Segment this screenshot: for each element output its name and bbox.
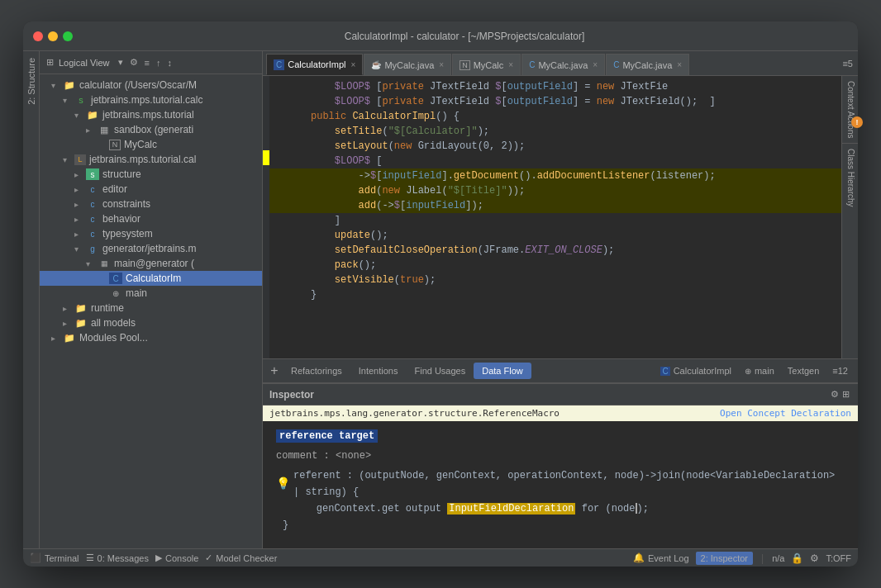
tree-item-jetbrains2[interactable]: ▾ 📁 jetbrains.mps.tutorial [40,107,262,122]
console-button[interactable]: ▶ Console [155,552,198,563]
tree-item-all-models[interactable]: ▸ 📁 all models [40,315,262,330]
line-num-12 [276,228,301,243]
tab-mycalc-close[interactable]: × [508,60,513,69]
tree-item-constraints[interactable]: ▸ c constraints [40,197,262,211]
editor-with-gutter: $LOOP$ [private JTextField $[outputField… [263,76,858,358]
expand-icon[interactable]: ≡ [143,56,151,69]
project-sidebar: ⊞ Logical View ▾ ⚙ ≡ ↑ ↕ ▾ 📁 calculator … [40,51,263,548]
tree-label-all-models: all models [91,317,136,329]
tree-item-calculatorimpl[interactable]: C CalculatorIm [40,271,262,286]
event-log-button[interactable]: 🔔 Event Log [633,552,689,563]
tab-intentions[interactable]: Intentions [350,363,407,379]
structure-icon: s [86,168,99,180]
structure-panel-tab[interactable]: 2: Structure [23,51,39,111]
line-text-10: add(->$[inputField]); [311,198,483,213]
tab-mycalc-java-3[interactable]: C MyCalc.java × [606,54,689,75]
tree-label-generator: generator/jetbrains.m [102,243,196,254]
maximize-button[interactable] [63,31,73,41]
editor-tabs: C CalculatorImpl × ☕ MyCalc.java × N MyC… [263,51,858,76]
tree-item-mycalc-n[interactable]: N MyCalc [40,137,262,152]
calc-file-label: CalculatorImpl [674,366,731,376]
add-button[interactable]: + [266,363,283,379]
file-icon-mycalc-n: N [109,140,121,150]
tab-calc-label: CalculatorImpl [288,59,345,69]
inspector-button[interactable]: 2: Inspector [696,552,753,565]
tab-main-file[interactable]: ⊕ main [738,363,781,379]
tab-calc-close[interactable]: × [351,60,356,69]
tab-mycalc-java-1-close[interactable]: × [439,60,444,69]
tree-item-typesystem[interactable]: ▸ c typesystem [40,226,262,241]
line-text-13: setDefaultCloseOperation(JFrame.EXIT_ON_… [311,243,614,258]
line-num-10 [276,198,301,213]
tree-item-runtime[interactable]: ▸ 📁 runtime [40,301,262,315]
module-icon-jetbrains1: s [74,94,88,106]
logical-view-label[interactable]: Logical View [59,58,110,68]
toolbar-icon-1[interactable]: ▾ [117,55,125,69]
tab-mycalc-java-3-close[interactable]: × [677,60,682,69]
line-num-4 [276,109,301,124]
tree-item-editor[interactable]: ▸ c editor [40,182,262,197]
tab-mycalc-java-2[interactable]: C MyCalc.java × [521,54,605,75]
inspector-settings-icon[interactable]: ⚙ [829,387,841,401]
behavior-icon: c [86,213,99,225]
ref-target-label: reference target [276,429,378,443]
tab-refactorings[interactable]: Refactorings [283,363,350,379]
tree-item-jetbrains1[interactable]: ▾ s jetbrains.mps.tutorial.calc [40,92,262,107]
bulb-icon: 💡 [276,476,290,492]
tree-item-structure[interactable]: ▸ s structure [40,167,262,182]
sort-icon[interactable]: ↕ [165,56,174,69]
arrow-behavior: ▸ [74,215,86,224]
module-icon-jetbrains3: L [74,154,86,165]
tree-item-calculator[interactable]: ▾ 📁 calculator (/Users/Oscar/M [40,78,262,92]
tree-label-jetbrains3: jetbrains.mps.tutorial.cal [89,154,196,165]
tree-label-main: main [126,287,147,299]
tab-calculatorimpl[interactable]: C CalculatorImpl × [266,54,363,75]
project-tree: ▾ 📁 calculator (/Users/Oscar/M ▾ s jetbr… [40,74,262,548]
tree-item-main-gen[interactable]: ▾ ▦ main@generator ( [40,256,262,271]
tab-mycalc-java-1[interactable]: ☕ MyCalc.java × [364,54,451,75]
tab-mycalc-java-2-close[interactable]: × [593,60,598,69]
line-num-8 [276,168,301,183]
settings-icon-2[interactable]: ⚙ [810,552,819,564]
model-checker-button[interactable]: ✓ Model Checker [205,552,277,563]
arrow-jetbrains1: ▾ [63,96,74,105]
tree-item-modules[interactable]: ▸ 📁 Modules Pool... [40,330,262,345]
editor-area[interactable]: $LOOP$ [private JTextField $[outputField… [269,76,841,358]
settings-icon[interactable]: ⚙ [128,55,140,69]
messages-button[interactable]: ☰ 0: Messages [86,552,149,563]
close-button[interactable] [33,31,43,41]
editor-icon: c [86,183,99,195]
inspector-pin-icon[interactable]: ⊞ [841,387,851,401]
code-line-16: } [269,287,841,302]
tree-item-jetbrains3[interactable]: ▾ L jetbrains.mps.tutorial.cal [40,152,262,167]
tab-data-flow[interactable]: Data Flow [474,363,531,379]
arrow-constraints: ▸ [74,200,86,209]
tab-calc-impl-file[interactable]: C CalculatorImpl [654,363,738,379]
tree-label-calculator: calculator (/Users/Oscar/M [79,79,197,91]
open-concept-declaration[interactable]: Open Concept Declaration [720,408,851,419]
context-actions-tab[interactable]: Context Actions [842,76,858,144]
inspector-panel: Inspector ⚙ ⊞ jetbrains.mps.lang.generat… [263,383,858,548]
tab-find-usages[interactable]: Find Usages [406,363,474,379]
line-num-2 [276,94,301,109]
collapse-icon[interactable]: ↑ [155,56,163,69]
tab-textgen-file[interactable]: Textgen [781,363,826,379]
line-num-6 [276,139,301,154]
code-line-9: add(new JLabel("$[Title]")); [269,183,841,198]
console-icon: ▶ [155,552,162,563]
status-sep-1: | [761,552,764,564]
terminal-button[interactable]: ⬛ Terminal [30,552,79,563]
tree-item-sandbox[interactable]: ▸ ▦ sandbox (generati [40,122,262,137]
class-hierarchy-tab[interactable]: Class Hierarchy [842,144,858,212]
line-num-9 [276,183,301,198]
project-view-icon: ⊞ [45,55,55,69]
window-title: CalculatorImpl - calculator - [~/MPSProj… [81,31,848,42]
tree-item-behavior[interactable]: ▸ c behavior [40,211,262,226]
tree-item-generator[interactable]: ▾ g generator/jetbrains.m [40,241,262,256]
comment-text: comment : <none> [276,450,371,462]
tree-item-main[interactable]: ⊕ main [40,286,262,301]
tree-label-typesystem: typesystem [102,228,153,239]
tab-mycalc[interactable]: N MyCalc × [452,54,521,75]
minimize-button[interactable] [48,31,58,41]
tab-overflow[interactable]: ≡5 [837,59,858,69]
